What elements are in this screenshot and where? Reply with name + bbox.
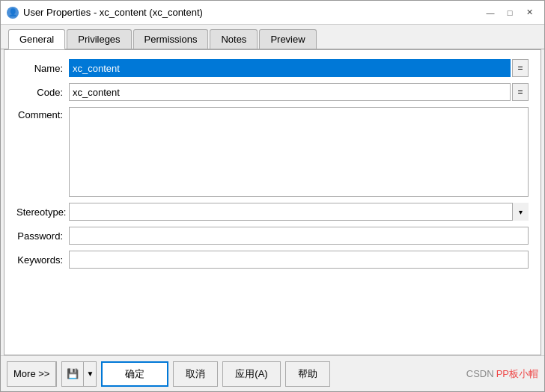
name-row: Name: = (16, 59, 529, 77)
code-label: Code: (16, 87, 69, 98)
watermark: CSDN PP板小帽 (466, 367, 538, 381)
tab-preview[interactable]: Preview (259, 29, 316, 49)
comment-textarea-wrap (69, 107, 529, 197)
tab-general[interactable]: General (8, 29, 65, 49)
save-dropdown-arrow: ▼ (83, 362, 96, 386)
stereotype-select-wrap: ▾ (69, 203, 529, 221)
comment-row: Comment: (16, 107, 529, 197)
password-label: Password: (16, 230, 69, 242)
bottom-bar: More >> 💾 ▼ 确定 取消 应用(A) 帮助 CSDN PP板小帽 (1, 355, 544, 391)
more-label: More >> (7, 362, 56, 386)
name-eq-button[interactable]: = (512, 59, 529, 77)
content-area: Name: = Code: = Comment: Stereotype: (4, 49, 541, 355)
maximize-button[interactable]: □ (501, 4, 519, 21)
name-input-wrap: = (69, 59, 529, 77)
main-window: 👤 User Properties - xc_content (xc_conte… (0, 0, 545, 392)
password-row: Password: (16, 227, 529, 245)
comment-label: Comment: (16, 107, 69, 120)
code-input-wrap: = (69, 83, 529, 101)
title-bar: 👤 User Properties - xc_content (xc_conte… (1, 1, 544, 25)
save-icon: 💾 (62, 362, 83, 386)
name-input[interactable] (69, 59, 511, 77)
window-title: User Properties - xc_content (xc_content… (23, 7, 203, 18)
tab-privileges[interactable]: Privileges (67, 29, 131, 49)
stereotype-label: Stereotype: (16, 206, 69, 218)
tab-bar: General Privileges Permissions Notes Pre… (1, 25, 544, 49)
help-button[interactable]: 帮助 (285, 361, 330, 387)
cancel-button[interactable]: 取消 (173, 361, 218, 387)
confirm-button[interactable]: 确定 (101, 361, 168, 387)
title-controls: — □ ✕ (481, 4, 538, 21)
apply-button[interactable]: 应用(A) (222, 361, 280, 387)
watermark-suffix: PP板小帽 (496, 368, 538, 379)
stereotype-select[interactable] (69, 203, 529, 221)
password-input-wrap (69, 227, 529, 245)
more-button[interactable]: More >> (7, 361, 57, 387)
close-button[interactable]: ✕ (520, 4, 538, 21)
title-bar-left: 👤 User Properties - xc_content (xc_conte… (7, 7, 203, 19)
save-button[interactable]: 💾 ▼ (61, 361, 97, 387)
code-input[interactable] (69, 83, 511, 101)
tab-notes[interactable]: Notes (210, 29, 258, 49)
keywords-input-wrap (69, 251, 529, 269)
keywords-label: Keywords: (16, 254, 69, 266)
comment-textarea[interactable] (69, 107, 529, 197)
window-icon: 👤 (7, 7, 19, 19)
code-eq-button[interactable]: = (512, 83, 529, 101)
stereotype-row: Stereotype: ▾ (16, 203, 529, 221)
password-input[interactable] (69, 227, 529, 245)
minimize-button[interactable]: — (481, 4, 499, 21)
keywords-row: Keywords: (16, 251, 529, 269)
code-row: Code: = (16, 83, 529, 101)
name-label: Name: (16, 63, 69, 74)
watermark-prefix: CSDN (466, 368, 494, 379)
keywords-input[interactable] (69, 251, 529, 269)
tab-permissions[interactable]: Permissions (133, 29, 209, 49)
